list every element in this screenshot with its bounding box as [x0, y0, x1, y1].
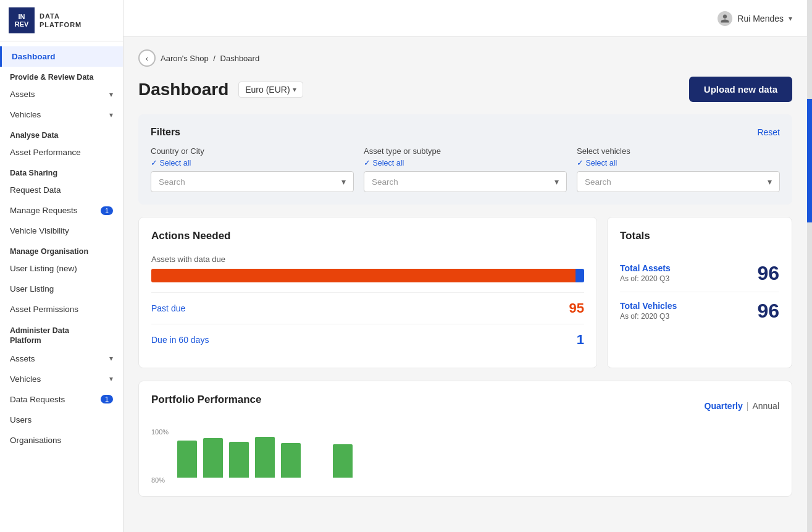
sidebar-item-user-listing-new[interactable]: User Listing (new): [0, 258, 123, 279]
upload-new-data-button[interactable]: Upload new data: [689, 77, 792, 102]
actions-needed-title: Actions Needed: [151, 230, 584, 242]
filter-asset-type-label: Asset type or subtype: [364, 146, 567, 156]
chart-bar-3: [229, 442, 249, 478]
sidebar-item-data-requests[interactable]: Data Requests 1: [0, 389, 123, 410]
reset-filters-button[interactable]: Reset: [757, 127, 780, 137]
country-city-select-all[interactable]: ✓ Select all: [151, 158, 354, 167]
sidebar-item-adm-vehicles[interactable]: Vehicles ▾: [0, 369, 123, 389]
sidebar: INREV DATA PLATFORM Dashboard Provide & …: [0, 0, 123, 532]
vehicles-chevron-icon: ▾: [768, 177, 772, 187]
totals-card: Totals Total Assets As of: 2020 Q3 96 To…: [607, 217, 792, 368]
page-title-area: Dashboard Euro (EUR) ▾: [138, 80, 303, 99]
vehicles-select-all[interactable]: ✓ Select all: [577, 158, 780, 167]
sidebar-item-adm-assets[interactable]: Assets ▾: [0, 348, 123, 369]
adm-vehicles-chevron-icon: ▾: [109, 374, 113, 383]
filter-country-city-label: Country or City: [151, 146, 354, 156]
due-60-value: 1: [577, 332, 584, 348]
page-header: Dashboard Euro (EUR) ▾ Upload new data: [138, 77, 792, 102]
quarterly-link[interactable]: Quarterly: [705, 401, 743, 411]
scroll-thumb: [807, 99, 812, 222]
chart-bars: [177, 428, 779, 478]
sidebar-item-organisations[interactable]: Organisations: [0, 430, 123, 450]
topbar: Rui Mendes ▾: [123, 0, 807, 37]
filters-header: Filters Reset: [151, 127, 780, 138]
bar-fill-blue: [576, 269, 584, 282]
adm-assets-chevron-icon: ▾: [109, 354, 113, 363]
annual-link[interactable]: Annual: [752, 401, 779, 411]
sidebar-item-asset-permissions[interactable]: Asset Permissions: [0, 299, 123, 319]
totals-title: Totals: [620, 230, 779, 242]
chart-bar-1: [177, 441, 197, 478]
main-grid: Actions Needed Assets with data due Past…: [138, 217, 792, 368]
vehicles-placeholder: Search: [585, 177, 611, 187]
user-name: Rui Mendes: [737, 14, 784, 23]
sidebar-item-manage-requests[interactable]: Manage Requests 1: [0, 200, 123, 221]
bar-fill-red: [151, 269, 576, 282]
assets-chevron-icon: ▾: [109, 90, 113, 99]
portfolio-header: Portfolio Performance Quarterly | Annual: [151, 394, 779, 418]
content-area: ‹ Aaron's Shop / Dashboard Dashboard Eur…: [123, 37, 807, 532]
total-vehicles-label: Total Vehicles: [620, 301, 677, 311]
total-vehicles-value: 96: [757, 301, 779, 321]
y-label-80: 80%: [151, 476, 175, 484]
sidebar-section-manage-org: Manage Organisation: [0, 241, 123, 258]
sidebar-section-administer: Administer DataPlatform: [0, 319, 123, 348]
asset-type-dropdown[interactable]: Search ▾: [364, 171, 567, 192]
total-assets-label: Total Assets: [620, 263, 671, 273]
total-vehicles-item: Total Vehicles As of: 2020 Q3 96: [620, 292, 779, 329]
user-chevron-icon: ▾: [789, 14, 792, 23]
past-due-row: Past due 95: [151, 292, 584, 324]
country-city-dropdown[interactable]: Search ▾: [151, 171, 354, 192]
sidebar-collapse-button[interactable]: ‹: [138, 49, 156, 67]
sidebar-item-vehicles[interactable]: Vehicles ▾: [0, 104, 123, 125]
vehicles-dropdown[interactable]: Search ▾: [577, 171, 780, 192]
scroll-indicator[interactable]: [807, 0, 812, 532]
total-assets-header: Total Assets As of: 2020 Q3 96: [620, 263, 779, 283]
actions-needed-card: Actions Needed Assets with data due Past…: [138, 217, 597, 368]
breadcrumb-text: Aaron's Shop / Dashboard: [161, 54, 259, 63]
sidebar-section-analyse-data: Analyse Data: [0, 125, 123, 142]
manage-requests-badge: 1: [101, 206, 113, 215]
asset-type-select-all[interactable]: ✓ Select all: [364, 158, 567, 167]
asset-type-placeholder: Search: [372, 177, 398, 187]
total-assets-value: 96: [757, 263, 779, 283]
progress-bar: [151, 269, 584, 282]
currency-chevron-icon: ▾: [293, 85, 296, 94]
country-city-chevron-icon: ▾: [341, 177, 346, 187]
currency-selector[interactable]: Euro (EUR) ▾: [238, 82, 303, 98]
sidebar-item-vehicle-visibility[interactable]: Vehicle Visibility: [0, 221, 123, 241]
data-requests-badge: 1: [101, 395, 113, 403]
total-vehicles-header: Total Vehicles As of: 2020 Q3 96: [620, 301, 779, 321]
currency-label: Euro (EUR): [245, 85, 290, 95]
past-due-label: Past due: [151, 303, 185, 313]
sidebar-item-request-data[interactable]: Request Data: [0, 180, 123, 200]
sidebar-item-user-listing[interactable]: User Listing: [0, 279, 123, 299]
sidebar-item-users[interactable]: Users: [0, 410, 123, 430]
logo-box: INREV: [9, 7, 35, 33]
sidebar-item-dashboard[interactable]: Dashboard: [0, 46, 123, 67]
asset-type-chevron-icon: ▾: [555, 177, 559, 187]
total-assets-item: Total Assets As of: 2020 Q3 96: [620, 255, 779, 292]
bar-label: Assets with data due: [151, 255, 584, 264]
sidebar-item-assets[interactable]: Assets ▾: [0, 84, 123, 104]
sidebar-item-asset-performance[interactable]: Asset Performance: [0, 142, 123, 163]
total-assets-sub: As of: 2020 Q3: [620, 274, 671, 283]
country-city-placeholder: Search: [159, 177, 185, 187]
due-60-row: Due in 60 days 1: [151, 324, 584, 355]
filter-asset-type: Asset type or subtype ✓ Select all Searc…: [364, 146, 567, 192]
user-avatar-icon: [718, 11, 732, 26]
breadcrumb: ‹ Aaron's Shop / Dashboard: [138, 49, 792, 67]
sidebar-nav: Dashboard Provide & Review Data Assets ▾…: [0, 41, 123, 532]
y-label-100: 100%: [151, 428, 175, 436]
filters-title: Filters: [151, 127, 180, 138]
filter-country-city: Country or City ✓ Select all Search ▾: [151, 146, 354, 192]
portfolio-title: Portfolio Performance: [151, 394, 262, 406]
filters-row: Country or City ✓ Select all Search ▾ As…: [151, 146, 780, 192]
filter-vehicles-label: Select vehicles: [577, 146, 780, 156]
logo-text: DATA PLATFORM: [40, 12, 82, 30]
filters-panel: Filters Reset Country or City ✓ Select a…: [138, 114, 792, 205]
period-divider: |: [747, 401, 749, 411]
user-menu[interactable]: Rui Mendes ▾: [718, 11, 792, 26]
chart-bar-6: [333, 444, 353, 478]
portfolio-performance-card: Portfolio Performance Quarterly | Annual…: [138, 381, 792, 497]
